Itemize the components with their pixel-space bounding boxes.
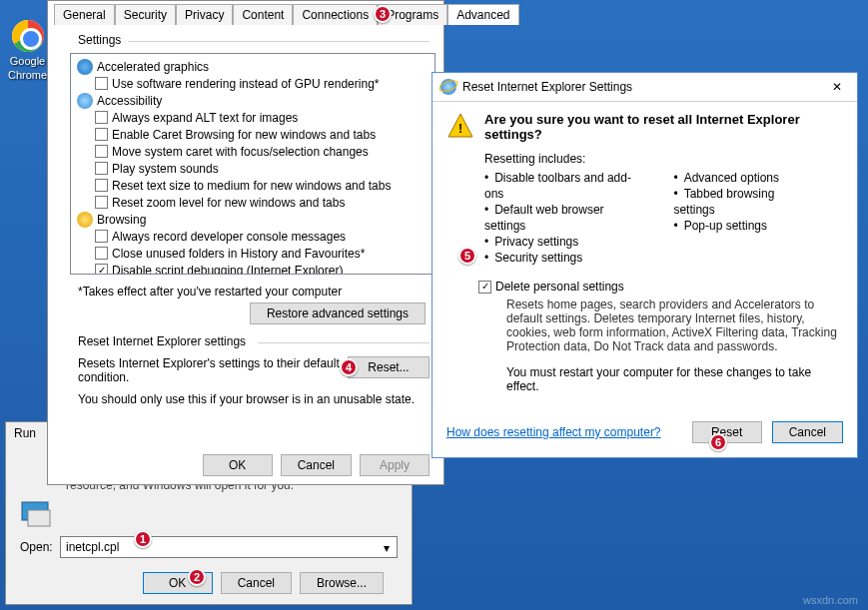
checkbox[interactable]	[95, 247, 108, 260]
svg-text:!: !	[458, 122, 462, 136]
item-label: Enable Caret Browsing for new windows an…	[112, 128, 376, 142]
ok-button[interactable]: OK	[203, 454, 273, 476]
item-label: Reset zoom level for new windows and tab…	[112, 196, 345, 210]
restore-advanced-button[interactable]: Restore advanced settings	[250, 303, 426, 324]
ie-icon	[440, 79, 456, 95]
settings-group-label: Settings	[78, 33, 121, 47]
checkbox[interactable]	[95, 162, 108, 175]
delete-personal-label: Delete personal settings	[495, 280, 624, 294]
item-label: Close unused folders in History and Favo…	[112, 247, 365, 261]
list-item: Default web browser settings	[484, 202, 643, 234]
tab-content[interactable]: Content	[233, 4, 293, 25]
annotation-badge-1: 1	[134, 530, 152, 548]
tab-privacy[interactable]: Privacy	[176, 4, 233, 25]
item-label: Reset text size to medium for new window…	[112, 179, 391, 193]
advanced-settings-tree[interactable]: Accelerated graphics Use software render…	[70, 53, 435, 275]
tab-connections[interactable]: Connections	[293, 4, 378, 25]
how-reset-link[interactable]: How does resetting affect my computer?	[446, 425, 661, 439]
desktop-chrome-icon[interactable]: Google Chrome	[5, 20, 50, 82]
watermark: wsxdn.com	[803, 594, 858, 606]
confirm-cancel-button[interactable]: Cancel	[772, 421, 843, 443]
chevron-down-icon[interactable]: ▾	[379, 540, 395, 556]
list-item: Tabbed browsing settings	[673, 186, 813, 218]
reset-group-label: Reset Internet Explorer settings	[78, 334, 246, 348]
list-item: Disable toolbars and add-ons	[484, 170, 643, 202]
includes-col1: Disable toolbars and add-ons Default web…	[484, 170, 643, 266]
personal-description: Resets home pages, search providers and …	[506, 298, 843, 353]
reset-button[interactable]: Reset...	[348, 356, 430, 378]
item-label: Always expand ALT text for images	[112, 111, 298, 125]
delete-personal-checkbox[interactable]	[478, 281, 491, 294]
cancel-button[interactable]: Cancel	[281, 454, 352, 476]
gpu-icon	[77, 59, 93, 75]
apply-button[interactable]: Apply	[360, 454, 430, 476]
list-item: Pop-up settings	[673, 218, 813, 234]
annotation-badge-5: 5	[458, 247, 476, 265]
group-accelerated: Accelerated graphics	[97, 60, 209, 74]
run-input-value: inetcpl.cpl	[66, 540, 119, 554]
reset-description: Resets Internet Explorer's settings to t…	[78, 356, 348, 384]
chrome-icon	[12, 20, 44, 52]
run-open-label: Open:	[20, 540, 60, 554]
annotation-badge-6: 6	[709, 433, 727, 451]
confirm-title-text: Reset Internet Explorer Settings	[462, 80, 632, 94]
group-accessibility: Accessibility	[97, 94, 162, 108]
checkbox[interactable]	[95, 179, 108, 192]
checkbox[interactable]	[95, 128, 108, 141]
checkbox[interactable]	[95, 111, 108, 124]
tab-advanced[interactable]: Advanced	[447, 4, 518, 25]
annotation-badge-4: 4	[340, 358, 358, 376]
checkbox[interactable]	[95, 196, 108, 209]
run-icon	[20, 496, 54, 530]
reset-confirm-dialog: Reset Internet Explorer Settings ✕ ! Are…	[432, 72, 858, 458]
checkbox[interactable]	[95, 77, 108, 90]
item-label: Always record developer console messages	[112, 230, 346, 244]
internet-options-dialog: General Security Privacy Content Connect…	[47, 0, 444, 485]
run-cancel-button[interactable]: Cancel	[221, 572, 292, 594]
item-label: Play system sounds	[112, 162, 219, 176]
annotation-badge-2: 2	[188, 568, 206, 586]
run-browse-button[interactable]: Browse...	[300, 572, 384, 594]
browsing-icon	[77, 212, 93, 228]
list-item: Privacy settings	[484, 234, 643, 250]
checkbox[interactable]	[95, 145, 108, 158]
svg-rect-1	[28, 510, 50, 526]
includes-col2: Advanced options Tabbed browsing setting…	[673, 170, 813, 266]
annotation-badge-3: 3	[374, 5, 392, 23]
reset-warning: You should only use this if your browser…	[78, 392, 430, 406]
checkbox[interactable]	[95, 230, 108, 243]
list-item: Security settings	[484, 250, 643, 266]
item-label: Use software rendering instead of GPU re…	[112, 77, 379, 91]
includes-label: Resetting includes:	[484, 152, 843, 166]
restart-note: *Takes effect after you've restarted you…	[78, 285, 435, 299]
checkbox-checked[interactable]	[95, 264, 108, 275]
run-open-input[interactable]: inetcpl.cpl ▾	[60, 536, 398, 558]
group-browsing: Browsing	[97, 213, 146, 227]
warning-icon: !	[446, 112, 474, 140]
accessibility-icon	[77, 93, 93, 109]
restart-required-note: You must restart your computer for these…	[506, 365, 843, 393]
tab-security[interactable]: Security	[115, 4, 176, 25]
confirm-headline: Are you sure you want to reset all Inter…	[484, 112, 843, 142]
item-label: Disable script debugging (Internet Explo…	[112, 264, 343, 276]
list-item: Advanced options	[673, 170, 813, 186]
close-icon[interactable]: ✕	[825, 80, 849, 94]
chrome-label: Google Chrome	[8, 55, 47, 81]
item-label: Move system caret with focus/selection c…	[112, 145, 369, 159]
tab-general[interactable]: General	[54, 4, 115, 25]
